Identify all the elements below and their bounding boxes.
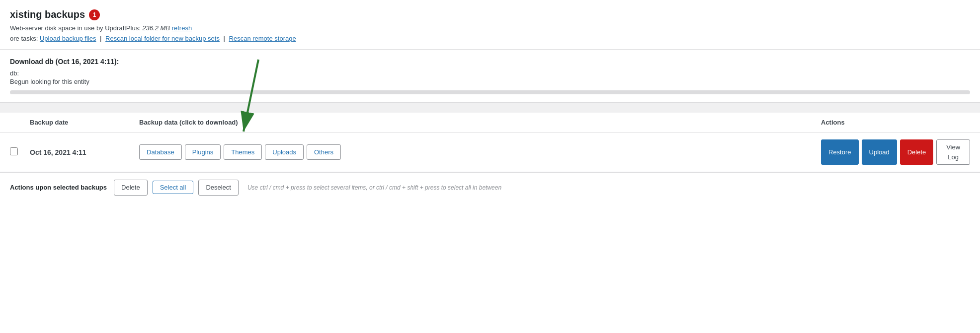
upload-button[interactable]: Upload <box>862 139 897 165</box>
view-log-button[interactable]: View Log <box>936 139 970 165</box>
table-header: Backup date Backup data (click to downlo… <box>0 113 980 133</box>
row-checkbox[interactable] <box>10 147 18 155</box>
download-status: Begun looking for this entity <box>10 78 970 85</box>
plugins-button[interactable]: Plugins <box>185 144 221 160</box>
refresh-link[interactable]: refresh <box>172 24 192 32</box>
header-section: xisting backups 1 Web-server disk space … <box>0 0 980 50</box>
spacer <box>0 103 980 113</box>
bottom-actions-bar: Actions upon selected backups Delete Sel… <box>0 172 980 202</box>
upload-backup-link[interactable]: Upload backup files <box>40 35 96 42</box>
separator-2: | <box>224 35 225 42</box>
disk-space-value: 236.2 MB <box>142 24 170 32</box>
disk-space-label: Web-server disk space in use by UpdraftP… <box>10 24 141 32</box>
delete-button[interactable]: Delete <box>900 139 934 165</box>
header-date-col: Backup date <box>30 119 139 126</box>
deselect-button[interactable]: Deselect <box>198 180 239 196</box>
download-section: Download db (Oct 16, 2021 4:11): db: Beg… <box>0 50 980 103</box>
more-tasks-row: ore tasks: Upload backup files | Rescan … <box>10 35 970 42</box>
disk-space-row: Web-server disk space in use by UpdraftP… <box>10 24 970 32</box>
progress-bar <box>10 90 970 94</box>
themes-button[interactable]: Themes <box>224 144 262 160</box>
actions-upon-label: Actions upon selected backups <box>10 184 107 191</box>
separator-1: | <box>100 35 101 42</box>
more-tasks-label: ore tasks: <box>10 35 38 42</box>
table-row: Oct 16, 2021 4:11 Database Plugins Theme… <box>0 133 980 172</box>
download-title: Download db (Oct 16, 2021 4:11): <box>10 58 970 66</box>
rescan-remote-link[interactable]: Rescan remote storage <box>229 35 296 42</box>
row-data-col: Database Plugins Themes Uploads Others <box>139 144 821 160</box>
row-checkbox-col[interactable] <box>10 147 30 157</box>
backup-count-badge: 1 <box>89 9 100 20</box>
backup-data-buttons: Database Plugins Themes Uploads Others <box>139 144 821 160</box>
database-button[interactable]: Database <box>139 144 182 160</box>
others-button[interactable]: Others <box>307 144 341 160</box>
hint-text: Use ctrl / cmd + press to select several… <box>247 184 501 191</box>
row-date: Oct 16, 2021 4:11 <box>30 148 139 156</box>
select-all-button[interactable]: Select all <box>153 181 194 194</box>
header-actions-col: Actions <box>821 119 970 126</box>
bulk-delete-button[interactable]: Delete <box>114 180 148 196</box>
table-section: Backup date Backup data (click to downlo… <box>0 113 980 202</box>
header-data-col: Backup data (click to download) <box>139 119 821 126</box>
restore-button[interactable]: Restore <box>821 139 859 165</box>
header-title-row: xisting backups 1 <box>10 9 970 20</box>
page-title: xisting backups <box>10 9 85 20</box>
rescan-local-link[interactable]: Rescan local folder for new backup sets <box>105 35 220 42</box>
row-actions-col: Restore Upload Delete View Log <box>821 139 970 165</box>
uploads-button[interactable]: Uploads <box>265 144 304 160</box>
download-db-label: db: <box>10 69 970 77</box>
page-wrapper: xisting backups 1 Web-server disk space … <box>0 0 980 333</box>
action-buttons: Restore Upload Delete View Log <box>821 139 970 165</box>
